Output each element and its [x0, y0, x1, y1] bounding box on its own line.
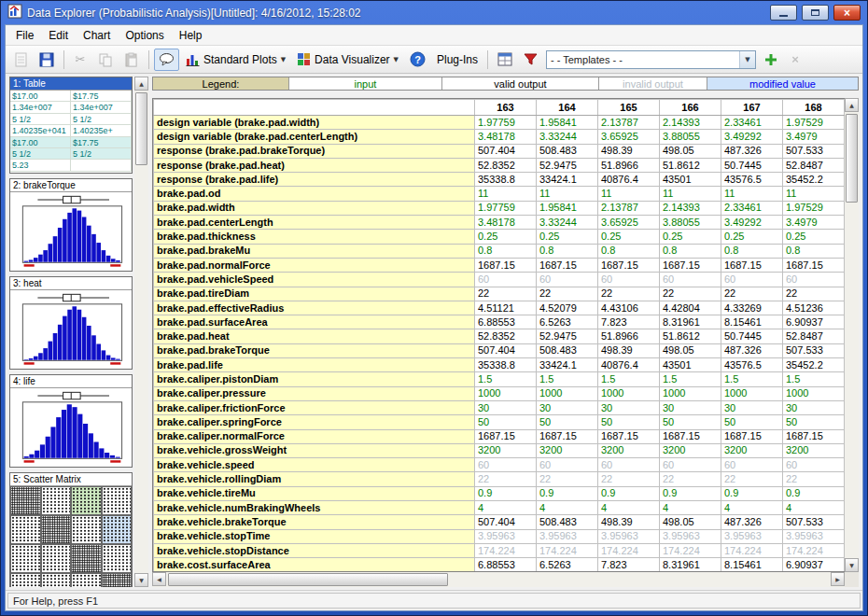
scrollbar-thumb[interactable]	[846, 114, 858, 203]
cell-value[interactable]: 50	[475, 415, 537, 429]
cell-value[interactable]: 52.8487	[783, 329, 845, 343]
help-button[interactable]: ?	[405, 49, 430, 71]
cell-value[interactable]: 22	[660, 472, 721, 486]
cell-value[interactable]: 11	[598, 187, 660, 201]
cell-value[interactable]: 22	[721, 472, 783, 486]
minimize-button[interactable]	[770, 5, 797, 21]
cell-value[interactable]: 0.9	[598, 486, 660, 500]
scroll-right-icon[interactable]: ▶	[831, 572, 845, 586]
cell-value[interactable]: 1.5	[721, 372, 783, 386]
new-document-button[interactable]	[9, 49, 33, 71]
row-name[interactable]: brake.pad.vehicleSpeed	[154, 273, 475, 287]
cell-value[interactable]: 1.95841	[537, 116, 598, 130]
cell-value[interactable]: 507.404	[475, 144, 537, 158]
filter-button[interactable]	[519, 49, 542, 71]
scrollbar-track[interactable]	[845, 112, 859, 558]
save-button[interactable]	[35, 49, 59, 71]
cell-value[interactable]: 43501	[660, 173, 721, 187]
row-name[interactable]: design variable (brake.pad.width)	[154, 116, 475, 130]
cut-button[interactable]: ✂	[69, 49, 91, 71]
scroll-down-icon[interactable]: ▼	[134, 573, 148, 587]
cell-value[interactable]: 11	[537, 187, 598, 201]
cell-value[interactable]: 11	[783, 187, 845, 201]
cell-value[interactable]: 22	[660, 287, 721, 301]
cell-value[interactable]: 51.8966	[598, 158, 660, 172]
cell-value[interactable]: 1687.15	[598, 258, 660, 272]
cell-value[interactable]: 60	[783, 273, 845, 287]
add-template-button[interactable]	[760, 49, 782, 71]
cell-value[interactable]: 43576.5	[721, 173, 783, 187]
cell-value[interactable]: 30	[537, 400, 598, 414]
cell-value[interactable]: 0.25	[783, 230, 845, 244]
templates-dropdown-arrow[interactable]: ▼	[739, 51, 755, 68]
cell-value[interactable]: 60	[537, 458, 598, 472]
scroll-left-icon[interactable]: ◀	[152, 572, 166, 586]
cell-value[interactable]: 52.8487	[783, 158, 845, 172]
cell-value[interactable]: 1.5	[783, 372, 845, 386]
cell-value[interactable]: 1000	[598, 386, 660, 400]
cell-value[interactable]: 1.97759	[475, 201, 537, 215]
cell-value[interactable]: 35452.2	[783, 358, 845, 372]
row-name[interactable]: response (brake.pad.heat)	[154, 158, 475, 172]
cell-value[interactable]: 0.8	[660, 244, 721, 258]
scrollbar-track[interactable]	[166, 572, 831, 587]
cell-value[interactable]: 1000	[721, 386, 783, 400]
cell-value[interactable]: 507.533	[783, 515, 845, 529]
cell-value[interactable]: 174.224	[721, 543, 783, 557]
cell-value[interactable]: 0.25	[660, 230, 721, 244]
cell-value[interactable]: 52.9475	[537, 158, 598, 172]
cell-value[interactable]: 3.33244	[537, 216, 598, 230]
cell-value[interactable]: 50	[537, 415, 598, 429]
menu-item-chart[interactable]: Chart	[76, 26, 118, 45]
table-vertical-scrollbar[interactable]: ▲ ▼	[845, 98, 859, 572]
cell-value[interactable]: 1687.15	[598, 429, 660, 443]
title-bar[interactable]: Data Explorer (Probabilistic Analysis)[U…	[5, 1, 863, 24]
menu-item-edit[interactable]: Edit	[41, 26, 76, 45]
row-name[interactable]: brake.vehicle.grossWeight	[154, 443, 475, 457]
cell-value[interactable]: 0.8	[537, 244, 598, 258]
cell-value[interactable]: 507.404	[475, 343, 537, 357]
cell-value[interactable]: 11	[475, 187, 537, 201]
cell-value[interactable]: 2.14393	[660, 116, 721, 130]
cell-value[interactable]: 3200	[475, 443, 537, 457]
cell-value[interactable]: 174.224	[783, 543, 845, 557]
cell-value[interactable]: 4.43106	[598, 301, 660, 315]
cell-value[interactable]: 51.8612	[660, 329, 721, 343]
cell-value[interactable]: 0.25	[537, 230, 598, 244]
table-view-button[interactable]	[493, 49, 517, 71]
row-name[interactable]: brake.pad.centerLength	[154, 216, 475, 230]
cell-value[interactable]: 2.33461	[721, 116, 783, 130]
cell-value[interactable]: 50.7445	[721, 158, 783, 172]
cell-value[interactable]: 4.42804	[660, 301, 721, 315]
cell-value[interactable]: 0.8	[721, 244, 783, 258]
cell-value[interactable]: 30	[783, 400, 845, 414]
thumbnail-table[interactable]: 1: Table $17.00$17.751.34e+0071.34e+0075…	[9, 77, 133, 174]
thumbnail-life[interactable]: 4: life	[9, 374, 133, 468]
cell-value[interactable]: 0.9	[537, 486, 598, 500]
cell-value[interactable]: 2.33461	[721, 201, 783, 215]
cell-value[interactable]: 22	[537, 472, 598, 486]
column-header[interactable]: 165	[598, 100, 660, 116]
row-name[interactable]: response (brake.pad.life)	[154, 173, 475, 187]
cell-value[interactable]: 1687.15	[721, 429, 783, 443]
cell-value[interactable]: 1.95841	[537, 201, 598, 215]
cell-value[interactable]: 3.95963	[537, 529, 598, 543]
cell-value[interactable]: 498.39	[598, 515, 660, 529]
cell-value[interactable]: 498.39	[598, 144, 660, 158]
row-name[interactable]: brake.pad.thickness	[154, 230, 475, 244]
scroll-down-icon[interactable]: ▼	[845, 558, 859, 572]
cell-value[interactable]: 40876.4	[598, 173, 660, 187]
menu-item-options[interactable]: Options	[118, 26, 171, 45]
cell-value[interactable]: 50	[660, 415, 721, 429]
comments-toggle-button[interactable]	[154, 49, 179, 71]
cell-value[interactable]: 1.5	[598, 372, 660, 386]
sidebar-scrollbar[interactable]: ▲ ▼	[134, 77, 148, 587]
cell-value[interactable]: 4	[660, 501, 721, 515]
menu-item-help[interactable]: Help	[172, 26, 210, 45]
row-name[interactable]: brake.vehicle.numBrakingWheels	[154, 501, 475, 515]
cell-value[interactable]: 3200	[783, 443, 845, 457]
cell-value[interactable]: 1.5	[660, 372, 721, 386]
column-header[interactable]: 163	[475, 100, 537, 116]
cell-value[interactable]: 3.65925	[598, 130, 660, 144]
copy-button[interactable]	[93, 49, 118, 71]
